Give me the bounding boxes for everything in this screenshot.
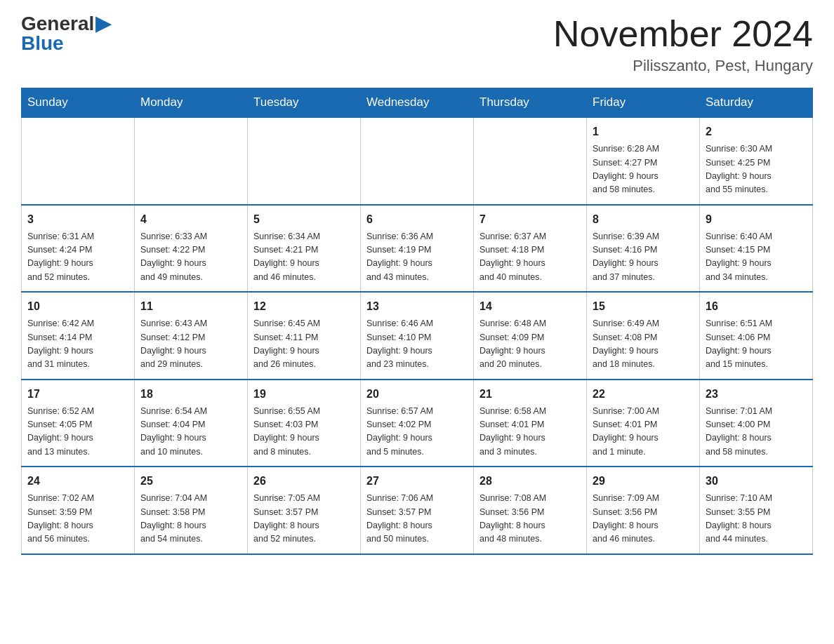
day-number: 5 [253,211,355,228]
weekday-header-saturday: Saturday [700,88,813,118]
calendar-cell: 8Sunrise: 6:39 AM Sunset: 4:16 PM Daylig… [587,205,700,293]
day-number: 19 [253,386,355,403]
calendar-cell: 27Sunrise: 7:06 AM Sunset: 3:57 PM Dayli… [361,467,474,554]
day-number: 9 [706,211,807,228]
day-number: 4 [140,211,241,228]
day-info: Sunrise: 6:45 AM Sunset: 4:11 PM Dayligh… [253,317,355,372]
day-info: Sunrise: 6:31 AM Sunset: 4:24 PM Dayligh… [27,230,128,285]
calendar-cell: 22Sunrise: 7:00 AM Sunset: 4:01 PM Dayli… [587,380,700,467]
calendar-cell [248,117,361,205]
day-info: Sunrise: 6:55 AM Sunset: 4:03 PM Dayligh… [253,405,355,459]
day-info: Sunrise: 7:00 AM Sunset: 4:01 PM Dayligh… [593,405,694,459]
day-info: Sunrise: 6:28 AM Sunset: 4:27 PM Dayligh… [593,142,694,197]
day-info: Sunrise: 6:58 AM Sunset: 4:01 PM Dayligh… [479,405,581,459]
day-number: 13 [366,298,468,315]
day-info: Sunrise: 6:34 AM Sunset: 4:21 PM Dayligh… [253,230,355,285]
logo-general-text: General▶ [21,14,111,34]
day-number: 29 [593,473,694,490]
logo: General▶ Blue [21,14,111,53]
day-info: Sunrise: 7:01 AM Sunset: 4:00 PM Dayligh… [706,405,807,459]
calendar-cell: 21Sunrise: 6:58 AM Sunset: 4:01 PM Dayli… [474,380,587,467]
day-number: 28 [479,473,581,490]
calendar-cell [22,117,135,205]
day-number: 25 [140,473,241,490]
calendar-table: SundayMondayTuesdayWednesdayThursdayFrid… [21,88,813,555]
weekday-header-monday: Monday [135,88,248,118]
month-title: November 2024 [553,14,813,54]
day-info: Sunrise: 7:09 AM Sunset: 3:56 PM Dayligh… [593,492,694,546]
day-info: Sunrise: 6:51 AM Sunset: 4:06 PM Dayligh… [706,317,807,372]
logo-blue-text: Blue [21,34,64,53]
calendar-cell: 10Sunrise: 6:42 AM Sunset: 4:14 PM Dayli… [22,292,135,380]
day-info: Sunrise: 6:46 AM Sunset: 4:10 PM Dayligh… [366,317,468,372]
day-info: Sunrise: 7:05 AM Sunset: 3:57 PM Dayligh… [253,492,355,546]
location-text: Pilisszanto, Pest, Hungary [553,57,813,75]
day-number: 12 [253,298,355,315]
calendar-cell: 5Sunrise: 6:34 AM Sunset: 4:21 PM Daylig… [248,205,361,293]
day-info: Sunrise: 6:43 AM Sunset: 4:12 PM Dayligh… [140,317,241,372]
calendar-cell: 6Sunrise: 6:36 AM Sunset: 4:19 PM Daylig… [361,205,474,293]
calendar-cell: 11Sunrise: 6:43 AM Sunset: 4:12 PM Dayli… [135,292,248,380]
day-number: 18 [140,386,241,403]
day-number: 26 [253,473,355,490]
day-info: Sunrise: 7:06 AM Sunset: 3:57 PM Dayligh… [366,492,468,546]
calendar-cell [135,117,248,205]
calendar-cell [361,117,474,205]
weekday-header-friday: Friday [587,88,700,118]
day-number: 23 [706,386,807,403]
calendar-cell: 19Sunrise: 6:55 AM Sunset: 4:03 PM Dayli… [248,380,361,467]
day-info: Sunrise: 7:08 AM Sunset: 3:56 PM Dayligh… [479,492,581,546]
weekday-header-sunday: Sunday [22,88,135,118]
calendar-cell: 3Sunrise: 6:31 AM Sunset: 4:24 PM Daylig… [22,205,135,293]
day-number: 21 [479,386,581,403]
calendar-week-row: 3Sunrise: 6:31 AM Sunset: 4:24 PM Daylig… [22,205,813,293]
day-number: 20 [366,386,468,403]
day-number: 27 [366,473,468,490]
calendar-cell [474,117,587,205]
day-number: 6 [366,211,468,228]
day-info: Sunrise: 6:48 AM Sunset: 4:09 PM Dayligh… [479,317,581,372]
calendar-cell: 29Sunrise: 7:09 AM Sunset: 3:56 PM Dayli… [587,467,700,554]
calendar-cell: 4Sunrise: 6:33 AM Sunset: 4:22 PM Daylig… [135,205,248,293]
day-info: Sunrise: 7:10 AM Sunset: 3:55 PM Dayligh… [706,492,807,546]
calendar-cell: 30Sunrise: 7:10 AM Sunset: 3:55 PM Dayli… [700,467,813,554]
day-info: Sunrise: 6:49 AM Sunset: 4:08 PM Dayligh… [593,317,694,372]
calendar-cell: 23Sunrise: 7:01 AM Sunset: 4:00 PM Dayli… [700,380,813,467]
calendar-cell: 16Sunrise: 6:51 AM Sunset: 4:06 PM Dayli… [700,292,813,380]
weekday-header-tuesday: Tuesday [248,88,361,118]
title-block: November 2024 Pilisszanto, Pest, Hungary [553,14,813,75]
page-header: General▶ Blue November 2024 Pilisszanto,… [21,14,813,75]
calendar-cell: 12Sunrise: 6:45 AM Sunset: 4:11 PM Dayli… [248,292,361,380]
calendar-body: 1Sunrise: 6:28 AM Sunset: 4:27 PM Daylig… [22,117,813,554]
calendar-cell: 15Sunrise: 6:49 AM Sunset: 4:08 PM Dayli… [587,292,700,380]
day-number: 2 [706,123,807,140]
day-info: Sunrise: 6:36 AM Sunset: 4:19 PM Dayligh… [366,230,468,285]
day-info: Sunrise: 6:40 AM Sunset: 4:15 PM Dayligh… [706,230,807,285]
weekday-header-thursday: Thursday [474,88,587,118]
calendar-week-row: 10Sunrise: 6:42 AM Sunset: 4:14 PM Dayli… [22,292,813,380]
day-info: Sunrise: 7:04 AM Sunset: 3:58 PM Dayligh… [140,492,241,546]
day-info: Sunrise: 6:30 AM Sunset: 4:25 PM Dayligh… [706,142,807,197]
calendar-cell: 18Sunrise: 6:54 AM Sunset: 4:04 PM Dayli… [135,380,248,467]
day-info: Sunrise: 6:52 AM Sunset: 4:05 PM Dayligh… [27,405,128,459]
calendar-cell: 24Sunrise: 7:02 AM Sunset: 3:59 PM Dayli… [22,467,135,554]
day-number: 1 [593,123,694,140]
day-number: 16 [706,298,807,315]
calendar-cell: 2Sunrise: 6:30 AM Sunset: 4:25 PM Daylig… [700,117,813,205]
day-number: 11 [140,298,241,315]
day-number: 14 [479,298,581,315]
weekday-header-row: SundayMondayTuesdayWednesdayThursdayFrid… [22,88,813,118]
day-info: Sunrise: 6:54 AM Sunset: 4:04 PM Dayligh… [140,405,241,459]
day-number: 3 [27,211,128,228]
calendar-cell: 20Sunrise: 6:57 AM Sunset: 4:02 PM Dayli… [361,380,474,467]
calendar-cell: 26Sunrise: 7:05 AM Sunset: 3:57 PM Dayli… [248,467,361,554]
day-info: Sunrise: 6:57 AM Sunset: 4:02 PM Dayligh… [366,405,468,459]
day-number: 7 [479,211,581,228]
calendar-cell: 1Sunrise: 6:28 AM Sunset: 4:27 PM Daylig… [587,117,700,205]
day-info: Sunrise: 6:39 AM Sunset: 4:16 PM Dayligh… [593,230,694,285]
day-number: 8 [593,211,694,228]
day-info: Sunrise: 7:02 AM Sunset: 3:59 PM Dayligh… [27,492,128,546]
day-number: 10 [27,298,128,315]
calendar-week-row: 24Sunrise: 7:02 AM Sunset: 3:59 PM Dayli… [22,467,813,554]
calendar-week-row: 17Sunrise: 6:52 AM Sunset: 4:05 PM Dayli… [22,380,813,467]
